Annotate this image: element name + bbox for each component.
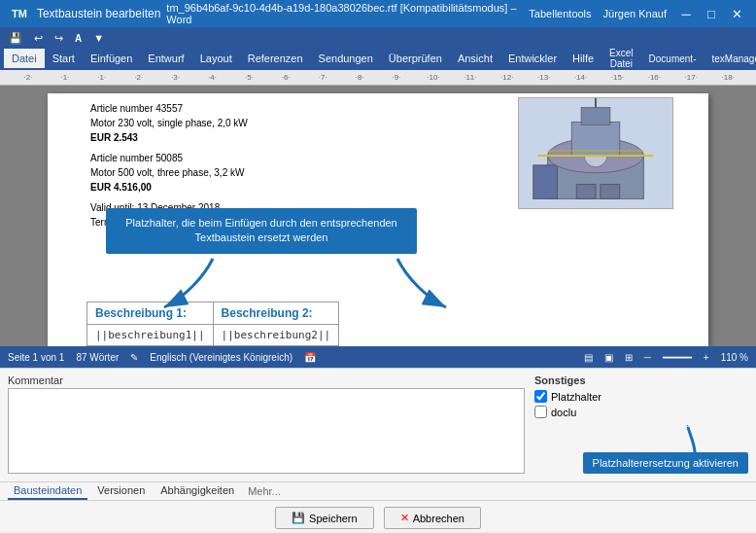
comment-section: Kommentar <box>8 374 525 476</box>
comment-textarea[interactable] <box>8 388 525 474</box>
page-indicator: Seite 1 von 1 <box>8 352 64 363</box>
svg-rect-7 <box>576 185 596 199</box>
article1-desc: Motor 230 volt, single phase, 2,0 kW <box>90 116 530 130</box>
ruler: ·2· ·1· ·1· ·2· ·3· ·4· ·5· ·6· ·7· ·8· … <box>0 70 756 86</box>
doclu-row: doclu <box>534 406 748 418</box>
word-count: 87 Wörter <box>76 352 119 363</box>
bottom-panel: Kommentar Sonstiges Platzhalter doclu Pl… <box>0 368 756 531</box>
article2-desc: Motor 500 volt, three phase, 3,2 kW <box>90 165 530 180</box>
tab-mehr[interactable]: Mehr... <box>244 483 285 499</box>
tab-versionen[interactable]: Versionen <box>91 482 151 500</box>
ribbon-tabs: Datei Start Einfügen Entwurf Layout Refe… <box>0 49 756 70</box>
view-web-icon[interactable]: ⊞ <box>625 352 633 363</box>
tab-excel-datei[interactable]: Excel Datei <box>601 49 640 68</box>
language-indicator: Englisch (Vereinigtes Königreich) <box>150 352 292 363</box>
filename-title: tm_96b4b6af-9c10-4d4b-a19d-180a38026bec.… <box>166 2 529 25</box>
tab-ansicht[interactable]: Ansicht <box>450 49 500 68</box>
status-bar: Seite 1 von 1 87 Wörter ✎ Englisch (Vere… <box>0 346 756 368</box>
save-quick-btn[interactable]: 💾 <box>4 30 27 47</box>
tab-referenzen[interactable]: Referenzen <box>240 49 311 68</box>
format-btn[interactable]: A <box>70 31 86 46</box>
action-buttons: 💾 Speichern ✕ Abbrechen <box>0 500 756 533</box>
tab-document[interactable]: Document- <box>641 49 704 68</box>
platzhalter-label: Platzhalter <box>551 391 601 403</box>
zoom-level: 110 % <box>721 352 748 363</box>
bottom-tabs: Bausteindaten Versionen Abhängigkeiten M… <box>0 481 756 500</box>
machine-svg <box>519 97 672 209</box>
bottom-callout-text: Platzhalterersetzung aktivieren <box>593 457 739 469</box>
zoom-minus-icon[interactable]: ─ <box>644 352 651 363</box>
cancel-button[interactable]: ✕ Abbrechen <box>384 507 481 529</box>
more-btn[interactable]: ▼ <box>88 30 109 46</box>
right-section: Sonstiges Platzhalter doclu Platzhaltere… <box>534 374 748 476</box>
svg-rect-8 <box>601 185 620 199</box>
cancel-icon: ✕ <box>400 512 409 524</box>
zoom-plus-icon[interactable]: + <box>704 352 709 363</box>
tab-start[interactable]: Start <box>45 49 83 68</box>
callout-arrow <box>680 425 709 454</box>
tab-entwurf[interactable]: Entwurf <box>140 49 191 68</box>
view-normal-icon[interactable]: ▤ <box>584 352 593 363</box>
save-button[interactable]: 💾 Speichern <box>275 507 374 529</box>
edit-mode-icon: ✎ <box>130 352 138 363</box>
bottom-content: Kommentar Sonstiges Platzhalter doclu Pl… <box>0 369 756 481</box>
article2-price: EUR 4.516,00 <box>90 180 530 195</box>
article1-number: Article number 43557 <box>90 101 530 116</box>
callout-text: Platzhalter, die beim Einfügen durch den… <box>125 217 396 243</box>
doclu-checkbox[interactable] <box>534 406 547 418</box>
svg-rect-1 <box>533 165 558 199</box>
tab-ueberpruefen[interactable]: Überprüfen <box>381 49 450 68</box>
tab-layout[interactable]: Layout <box>192 49 240 68</box>
maximize-button[interactable]: □ <box>700 3 723 24</box>
callout-box: Platzhalter, die beim Einfügen durch den… <box>106 208 417 254</box>
table-placeholder-2: ||beschreibung2|| <box>213 325 339 346</box>
doc-table: Beschreibung 1: Beschreibung 2: ||beschr… <box>86 302 339 346</box>
cancel-label: Abbrechen <box>413 513 464 524</box>
platzhalter-row: Platzhalter <box>534 390 748 403</box>
username-label: Jürgen Knauf <box>603 8 667 19</box>
save-icon: 💾 <box>292 512 305 524</box>
platzhalter-checkbox[interactable] <box>534 390 547 403</box>
tab-texmanage[interactable]: texManage <box>704 49 756 68</box>
calendar-icon: 📅 <box>304 352 316 363</box>
ruler-marks: ·2· ·1· ·1· ·2· ·3· ·4· ·5· ·6· ·7· ·8· … <box>0 70 756 85</box>
save-label: Speichern <box>309 513 358 524</box>
tab-bausteindaten[interactable]: Bausteindaten <box>8 482 87 500</box>
doclu-label: doclu <box>551 407 576 418</box>
svg-rect-5 <box>581 108 610 125</box>
article1-price: EUR 2.543 <box>90 130 530 145</box>
article2-number: Article number 50085 <box>90 151 530 165</box>
tab-datei[interactable]: Datei <box>4 49 45 68</box>
tab-sendungen[interactable]: Sendungen <box>311 49 381 68</box>
tab-entwickler[interactable]: Entwickler <box>500 49 565 68</box>
close-button[interactable]: ✕ <box>725 3 748 24</box>
quick-access-toolbar: 💾 ↩ ↪ A ▼ <box>0 27 756 49</box>
comment-label: Kommentar <box>8 374 525 386</box>
undo-btn[interactable]: ↩ <box>29 30 48 47</box>
table-header-2: Beschreibung 2: <box>213 302 339 325</box>
table-header-1: Beschreibung 1: <box>87 302 214 325</box>
tab-abhaengigkeiten[interactable]: Abhängigkeiten <box>155 482 240 500</box>
bottom-callout: Platzhalterersetzung aktivieren <box>583 452 748 474</box>
tab-hilfe[interactable]: Hilfe <box>565 49 601 68</box>
title-bar: TM Textbaustein bearbeiten tm_96b4b6af-9… <box>0 0 756 27</box>
minimize-button[interactable]: ─ <box>674 3 698 24</box>
document-page[interactable]: Article number 43557 Motor 230 volt, sin… <box>48 93 708 346</box>
table-placeholder-1: ||beschreibung1|| <box>87 325 214 346</box>
app-icon: TM <box>8 7 31 20</box>
tab-einfuegen[interactable]: Einfügen <box>83 49 140 68</box>
redo-btn[interactable]: ↪ <box>50 30 68 47</box>
window-title: Textbaustein bearbeiten <box>37 7 160 20</box>
machine-image <box>518 97 673 209</box>
sonstiges-label: Sonstiges <box>534 374 748 386</box>
window-controls: ─ □ ✕ <box>674 3 748 24</box>
document-area[interactable]: Article number 43557 Motor 230 volt, sin… <box>0 86 756 346</box>
view-print-icon[interactable]: ▣ <box>604 352 613 363</box>
tabellentools-label: Tabellentools <box>529 8 591 19</box>
zoom-slider[interactable]: ━━━━━ <box>663 352 692 363</box>
